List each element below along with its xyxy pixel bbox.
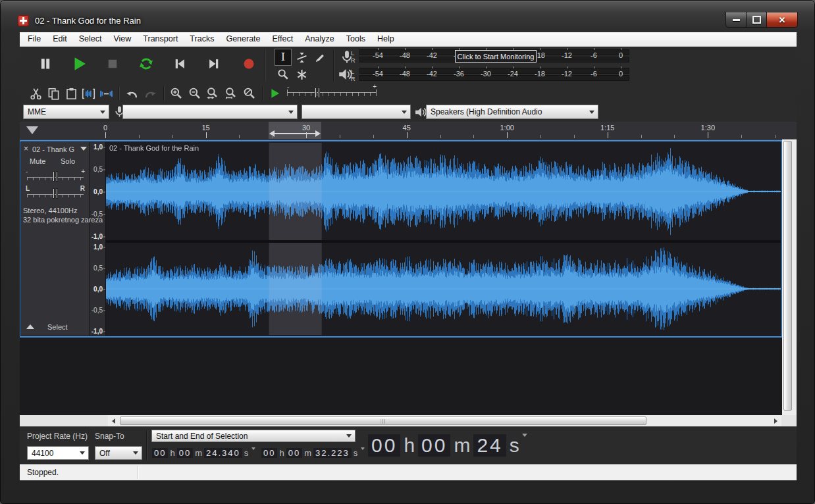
pan-slider-thumb[interactable] (53, 188, 59, 199)
project-rate-combobox[interactable]: 44100 (27, 446, 89, 460)
draw-tool-icon (315, 52, 326, 63)
title-bar[interactable]: 02 - Thank God for the Rain ✕ (1, 1, 814, 31)
horizontal-scrollbar-thumb[interactable] (120, 416, 646, 425)
zoom-to-selection-button[interactable] (205, 86, 221, 101)
track-collapse-icon[interactable] (26, 324, 34, 329)
track-title[interactable]: 02 - Thank G (32, 145, 80, 153)
zoom-tool-button[interactable] (275, 66, 292, 83)
timeline-major-tick (105, 132, 106, 138)
minimize-button[interactable] (725, 12, 747, 28)
close-button[interactable]: ✕ (766, 12, 798, 28)
timeline-major-tick (708, 132, 708, 138)
loop-button[interactable] (133, 51, 159, 77)
window-title: 02 - Thank God for the Rain (35, 16, 141, 26)
menu-item-select[interactable]: Select (73, 32, 108, 46)
horizontal-scrollbar[interactable] (119, 415, 770, 426)
scroll-left-icon (112, 418, 115, 424)
menu-item-file[interactable]: File (22, 32, 47, 46)
scroll-left-button[interactable] (108, 415, 119, 426)
track-close-button[interactable]: × (24, 144, 28, 153)
play-at-speed-button[interactable] (267, 86, 283, 101)
timeline-major-tick (407, 132, 408, 138)
zoom-to-fit-icon (224, 87, 238, 100)
multi-tool-button[interactable] (293, 66, 310, 83)
menu-item-tools[interactable]: Tools (340, 32, 371, 46)
vruler-label: 1,0 (93, 143, 103, 151)
trim-audio-icon (82, 88, 95, 100)
paste-button[interactable] (63, 86, 79, 101)
chevron-down-icon[interactable] (251, 447, 255, 450)
timeline-minor-tick (373, 135, 374, 138)
gain-slider[interactable]: - + (26, 170, 85, 183)
meter-scale-tick (378, 66, 379, 68)
gain-slider-thumb[interactable] (53, 171, 59, 182)
audio-host-combobox[interactable]: MME (23, 105, 109, 119)
play-button[interactable] (66, 51, 93, 77)
zoom-toggle-button[interactable] (242, 86, 257, 101)
stop-button[interactable] (99, 51, 126, 77)
chevron-down-icon (586, 111, 598, 114)
chevron-down-icon[interactable] (361, 447, 365, 450)
track-menu-icon[interactable] (80, 147, 87, 151)
selection-end-field[interactable]: 00h 00m 32.223s (261, 446, 365, 459)
recording-meter[interactable]: Click to Start Monitoring -54-48-42-36-3… (359, 48, 629, 64)
recording-channels-combobox[interactable] (302, 105, 411, 119)
menu-item-generate[interactable]: Generate (220, 32, 266, 46)
menu-item-view[interactable]: View (107, 32, 137, 46)
skip-to-start-button[interactable] (167, 51, 193, 77)
scroll-right-button[interactable] (770, 415, 781, 426)
timeline-pin-icon[interactable] (26, 126, 38, 134)
record-button[interactable] (236, 51, 262, 77)
copy-button[interactable] (45, 86, 61, 101)
speed-slider-thumb[interactable] (315, 88, 320, 98)
solo-button[interactable]: Solo (61, 157, 75, 165)
pause-button[interactable] (32, 51, 59, 77)
meter-scale-label: -30 (481, 70, 491, 78)
playback-device-combobox[interactable]: Speakers (High Definition Audio (426, 105, 598, 119)
waveform-channel-left[interactable] (106, 143, 781, 240)
chevron-down-icon[interactable] (522, 434, 527, 437)
vruler-label: -1,0 (92, 328, 103, 335)
redo-button[interactable] (142, 86, 158, 101)
vertical-scrollbar[interactable] (782, 139, 797, 415)
timeline-selection[interactable] (269, 122, 321, 139)
zoom-out-button[interactable] (187, 86, 203, 101)
snap-to-combobox[interactable]: Off (95, 446, 142, 460)
skip-to-end-button[interactable] (201, 51, 227, 77)
selection-mode-combobox[interactable]: Start and End of Selection (151, 430, 355, 442)
playback-meter[interactable]: -54-48-42-36-30-24-18-12-60 (359, 66, 629, 82)
vertical-scrollbar-thumb[interactable] (783, 141, 792, 411)
meter-scale-label: -54 (373, 70, 383, 78)
vruler-label: -0,5 (92, 307, 103, 314)
mute-button[interactable]: Mute (30, 157, 45, 165)
meter-scale-label: -12 (562, 51, 572, 59)
menu-item-transport[interactable]: Transport (137, 32, 184, 46)
draw-tool-button[interactable] (311, 49, 329, 66)
menu-item-analyze[interactable]: Analyze (299, 32, 340, 46)
trim-audio-button[interactable] (80, 86, 96, 101)
timeline-minor-tick (172, 135, 173, 138)
silence-audio-button[interactable] (98, 86, 114, 101)
menu-item-edit[interactable]: Edit (47, 32, 73, 46)
zoom-in-button[interactable] (169, 86, 184, 101)
selection-tool-button[interactable]: I (275, 49, 292, 66)
pan-slider[interactable]: L R (26, 187, 85, 200)
timeline-ruler[interactable]: 01530451:001:151:30 (20, 122, 797, 139)
cut-button[interactable] (28, 86, 43, 101)
menu-item-effect[interactable]: Effect (267, 32, 300, 46)
zoom-to-fit-button[interactable] (223, 86, 239, 101)
waveform-channel-right[interactable] (106, 243, 781, 335)
track-select-button[interactable]: Select (47, 323, 68, 331)
meter-scale-label: -36 (454, 70, 464, 78)
timeline-label: 30 (302, 124, 310, 132)
envelope-tool-button[interactable] (293, 49, 310, 66)
play-speed-slider[interactable]: - + (287, 84, 377, 101)
selection-start-field[interactable]: 00h 00m 24.340s (151, 446, 255, 459)
recording-device-combobox[interactable] (122, 105, 298, 119)
undo-button[interactable] (124, 86, 140, 101)
maximize-button[interactable] (746, 12, 768, 28)
vertical-ruler[interactable]: 1,00,50,0-0,5-1,01,00,50,0-0,5-1,0 (90, 142, 106, 336)
menu-item-tracks[interactable]: Tracks (184, 32, 220, 46)
menu-item-help[interactable]: Help (371, 32, 400, 46)
meter-scale-tick (513, 66, 513, 68)
